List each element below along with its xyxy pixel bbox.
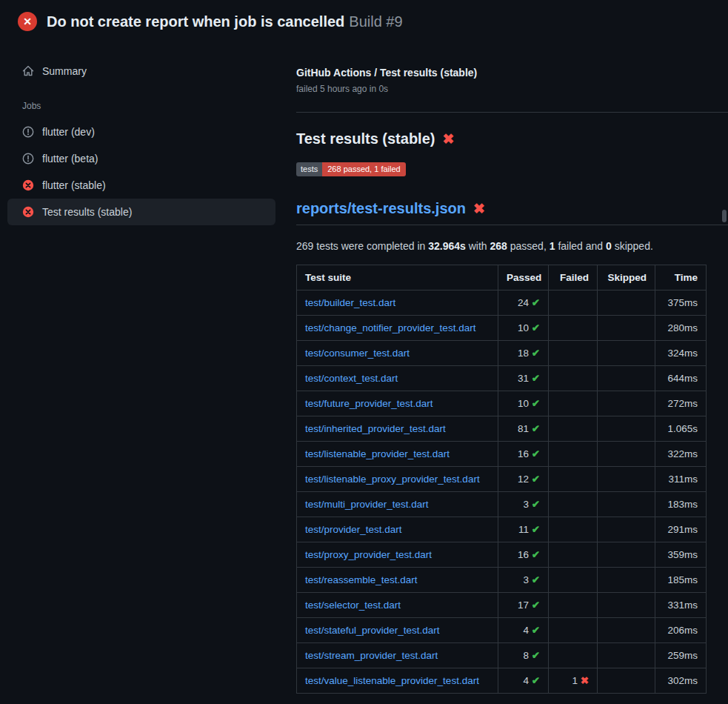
passed-cell: 12 ✔: [498, 467, 549, 492]
summary-duration: 32.964s: [428, 240, 466, 252]
sidebar-item-summary[interactable]: Summary: [7, 58, 275, 84]
suite-cell: test/provider_test.dart: [297, 517, 498, 542]
column-header: Failed: [549, 265, 598, 290]
test-suite-link[interactable]: test/value_listenable_provider_test.dart: [305, 675, 479, 686]
alert-circle-icon: [22, 153, 34, 165]
time-cell: 183ms: [655, 492, 707, 517]
skipped-cell: [598, 467, 655, 492]
suite-cell: test/change_notifier_provider_test.dart: [297, 316, 498, 341]
alert-circle-icon: [22, 126, 34, 138]
test-suite-link[interactable]: test/inherited_provider_test.dart: [305, 423, 446, 434]
run-title: Do not create report when job is cancell…: [47, 13, 344, 30]
check-icon: ✔: [532, 474, 540, 485]
test-suite-link[interactable]: test/context_test.dart: [305, 373, 398, 384]
test-suite-link[interactable]: test/stateful_provider_test.dart: [305, 625, 440, 636]
check-icon: ✔: [532, 448, 540, 459]
sidebar-job-item[interactable]: flutter (dev): [7, 119, 275, 145]
section-title: Test results (stable): [296, 130, 435, 147]
failed-cell: [549, 290, 598, 316]
passed-cell: 16 ✔: [498, 542, 549, 568]
sidebar-job-item[interactable]: flutter (beta): [7, 145, 275, 172]
test-suite-link[interactable]: test/selector_test.dart: [305, 600, 401, 611]
passed-count: 11: [518, 524, 529, 535]
failed-cell: [549, 593, 598, 618]
failed-x-icon: ✖: [442, 130, 454, 147]
skipped-cell: [598, 316, 655, 341]
summary-label: Summary: [42, 65, 87, 77]
skipped-cell: [598, 593, 655, 618]
x-icon: ✖: [581, 675, 589, 686]
table-row: test/stream_provider_test.dart8 ✔259ms: [297, 643, 707, 668]
time-cell: 359ms: [655, 542, 707, 568]
failed-cell: [549, 618, 598, 643]
table-row: test/context_test.dart31 ✔644ms: [297, 366, 707, 391]
table-row: test/multi_provider_test.dart3 ✔183ms: [297, 492, 707, 517]
failed-cell: [549, 568, 598, 593]
failed-cell: [549, 492, 598, 517]
build-number: Build #9: [349, 13, 402, 30]
test-suite-link[interactable]: test/provider_test.dart: [305, 524, 402, 535]
scrollbar-thumb[interactable]: [722, 210, 727, 222]
suite-cell: test/selector_test.dart: [297, 593, 498, 618]
passed-cell: 24 ✔: [498, 290, 549, 316]
table-row: test/builder_test.dart24 ✔375ms: [297, 290, 707, 316]
main-content: GitHub Actions / Test results (stable) f…: [289, 41, 728, 694]
failed-cell: [549, 391, 598, 416]
main-layout: Summary Jobs flutter (dev)flutter (beta)…: [0, 41, 728, 694]
failed-x-circle-icon: ✕: [18, 12, 37, 31]
table-row: test/listenable_provider_test.dart16 ✔32…: [297, 442, 707, 467]
test-suite-link[interactable]: test/listenable_provider_test.dart: [305, 448, 450, 459]
time-cell: 302ms: [655, 668, 707, 694]
x-circle-icon: [22, 179, 34, 191]
table-row: test/inherited_provider_test.dart81 ✔1.0…: [297, 416, 707, 442]
summary-text: with: [466, 240, 490, 252]
failed-cell: [549, 442, 598, 467]
breadcrumb: GitHub Actions / Test results (stable): [296, 67, 728, 79]
failed-cell: [549, 416, 598, 442]
passed-cell: 17 ✔: [498, 593, 549, 618]
sidebar-job-item[interactable]: Test results (stable): [7, 199, 275, 225]
skipped-cell: [598, 542, 655, 568]
test-suite-link[interactable]: test/change_notifier_provider_test.dart: [305, 322, 475, 333]
failed-cell: [549, 316, 598, 341]
test-suite-link[interactable]: test/listenable_proxy_provider_test.dart: [305, 474, 480, 485]
jobs-section-label: Jobs: [22, 101, 275, 111]
check-icon: ✔: [532, 423, 540, 434]
summary-text: 269 tests were completed in: [296, 240, 428, 252]
summary-line: 269 tests were completed in 32.964s with…: [296, 240, 728, 252]
time-cell: 272ms: [655, 391, 707, 416]
test-suite-link[interactable]: test/multi_provider_test.dart: [305, 499, 429, 510]
test-suite-link[interactable]: test/builder_test.dart: [305, 297, 395, 308]
passed-cell: 3 ✔: [498, 568, 549, 593]
check-icon: ✔: [532, 650, 540, 661]
check-icon: ✔: [532, 322, 540, 333]
passed-count: 16: [518, 448, 529, 459]
sidebar-job-item[interactable]: flutter (stable): [7, 172, 275, 199]
suite-cell: test/stateful_provider_test.dart: [297, 618, 498, 643]
suite-cell: test/listenable_provider_test.dart: [297, 442, 498, 467]
test-suite-link[interactable]: test/consumer_test.dart: [305, 348, 410, 359]
passed-cell: 10 ✔: [498, 391, 549, 416]
time-cell: 259ms: [655, 643, 707, 668]
column-header: Test suite: [297, 265, 498, 290]
test-suite-link[interactable]: test/reassemble_test.dart: [305, 574, 418, 585]
summary-failed-count: 1: [550, 240, 555, 252]
summary-skipped-count: 0: [606, 240, 612, 252]
passed-count: 10: [518, 398, 529, 409]
passed-count: 8: [523, 650, 529, 661]
suite-cell: test/inherited_provider_test.dart: [297, 416, 498, 442]
test-suite-link[interactable]: test/stream_provider_test.dart: [305, 650, 438, 661]
jobs-list: flutter (dev)flutter (beta)flutter (stab…: [7, 119, 275, 225]
passed-cell: 16 ✔: [498, 442, 549, 467]
suite-cell: test/context_test.dart: [297, 366, 498, 391]
test-suite-link[interactable]: test/proxy_provider_test.dart: [305, 549, 432, 560]
table-row: test/stateful_provider_test.dart4 ✔206ms: [297, 618, 707, 643]
test-suite-link[interactable]: test/future_provider_test.dart: [305, 398, 433, 409]
passed-count: 81: [518, 423, 529, 434]
table-row: test/change_notifier_provider_test.dart1…: [297, 316, 707, 341]
skipped-cell: [598, 492, 655, 517]
report-heading: reports/test-results.json ✖: [296, 200, 728, 225]
skipped-cell: [598, 517, 655, 542]
check-icon: ✔: [532, 499, 540, 510]
report-link[interactable]: reports/test-results.json: [296, 200, 466, 217]
